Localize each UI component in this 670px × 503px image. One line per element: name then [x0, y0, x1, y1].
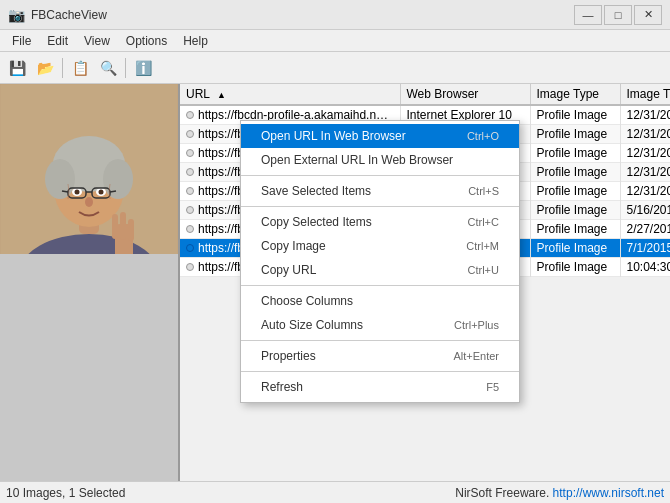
status-bar: 10 Images, 1 Selected NirSoft Freeware. …	[0, 481, 670, 503]
status-right: NirSoft Freeware. http://www.nirsoft.net	[455, 486, 664, 500]
ctx-copy-image-shortcut: Ctrl+M	[466, 240, 499, 252]
toolbar-info-button[interactable]: ℹ️	[130, 56, 156, 80]
title-bar: 📷 FBCacheView — □ ✕	[0, 0, 670, 30]
toolbar-search-button[interactable]: 🔍	[95, 56, 121, 80]
menu-file[interactable]: File	[4, 32, 39, 50]
col-url[interactable]: URL ▲	[180, 84, 400, 105]
svg-line-16	[110, 191, 116, 192]
ctx-copy-url[interactable]: Copy URL Ctrl+U	[241, 258, 519, 282]
cell-time: 12/31/2007 7:00:0	[620, 144, 670, 163]
ctx-sep-2	[241, 206, 519, 207]
url-dot-icon	[186, 111, 194, 119]
svg-rect-19	[112, 214, 118, 239]
close-button[interactable]: ✕	[634, 5, 662, 25]
svg-point-6	[45, 159, 75, 199]
toolbar-save-button[interactable]: 💾	[4, 56, 30, 80]
cell-time: 12/31/2007 7:00:0	[620, 182, 670, 201]
cell-type: Profile Image	[530, 163, 620, 182]
ctx-auto-size-shortcut: Ctrl+Plus	[454, 319, 499, 331]
ctx-auto-size[interactable]: Auto Size Columns Ctrl+Plus	[241, 313, 519, 337]
context-menu: Open URL In Web Browser Ctrl+O Open Exte…	[240, 120, 520, 403]
cell-type: Profile Image	[530, 220, 620, 239]
ctx-sep-4	[241, 340, 519, 341]
ctx-copy-items[interactable]: Copy Selected Items Ctrl+C	[241, 210, 519, 234]
toolbar-separator-2	[125, 58, 126, 78]
menu-view[interactable]: View	[76, 32, 118, 50]
ctx-properties[interactable]: Properties Alt+Enter	[241, 344, 519, 368]
col-type[interactable]: Image Type	[530, 84, 620, 105]
ctx-copy-url-label: Copy URL	[261, 263, 316, 277]
menu-bar: File Edit View Options Help	[0, 30, 670, 52]
svg-point-11	[99, 190, 104, 195]
ctx-sep-5	[241, 371, 519, 372]
svg-rect-21	[128, 219, 134, 241]
status-nirsoft-link[interactable]: http://www.nirsoft.net	[553, 486, 664, 500]
ctx-auto-size-label: Auto Size Columns	[261, 318, 363, 332]
title-controls: — □ ✕	[574, 5, 662, 25]
ctx-open-external[interactable]: Open External URL In Web Browser	[241, 148, 519, 172]
menu-edit[interactable]: Edit	[39, 32, 76, 50]
menu-options[interactable]: Options	[118, 32, 175, 50]
ctx-sep-3	[241, 285, 519, 286]
col-browser[interactable]: Web Browser	[400, 84, 530, 105]
url-dot-icon	[186, 244, 194, 252]
ctx-copy-items-shortcut: Ctrl+C	[468, 216, 499, 228]
ctx-choose-columns-label: Choose Columns	[261, 294, 353, 308]
status-nirsoft-text: NirSoft Freeware.	[455, 486, 552, 500]
cell-type: Profile Image	[530, 258, 620, 277]
ctx-sep-1	[241, 175, 519, 176]
cell-time: 2/27/2015 4:30:37	[620, 220, 670, 239]
cell-time: 10:04:30	[620, 258, 670, 277]
url-dot-icon	[186, 225, 194, 233]
cell-type: Profile Image	[530, 125, 620, 144]
url-dot-icon	[186, 149, 194, 157]
preview-image	[0, 84, 178, 254]
title-left: 📷 FBCacheView	[8, 7, 107, 23]
cell-type: Profile Image	[530, 182, 620, 201]
cell-type: Profile Image	[530, 239, 620, 258]
sort-arrow: ▲	[217, 90, 226, 100]
cell-time: 12/31/2007 7:00:0	[620, 125, 670, 144]
col-time[interactable]: Image Time	[620, 84, 670, 105]
cell-time: 12/31/2007 7:00:0	[620, 163, 670, 182]
ctx-properties-label: Properties	[261, 349, 316, 363]
maximize-button[interactable]: □	[604, 5, 632, 25]
toolbar: 💾 📂 📋 🔍 ℹ️	[0, 52, 670, 84]
url-dot-icon	[186, 130, 194, 138]
ctx-open-url[interactable]: Open URL In Web Browser Ctrl+O	[241, 124, 519, 148]
ctx-copy-image[interactable]: Copy Image Ctrl+M	[241, 234, 519, 258]
cell-time: 7/1/2015 3:43:07 P	[620, 239, 670, 258]
ctx-save-shortcut: Ctrl+S	[468, 185, 499, 197]
svg-point-10	[75, 190, 80, 195]
ctx-refresh[interactable]: Refresh F5	[241, 375, 519, 399]
url-dot-icon	[186, 168, 194, 176]
ctx-copy-url-shortcut: Ctrl+U	[468, 264, 499, 276]
menu-help[interactable]: Help	[175, 32, 216, 50]
toolbar-separator	[62, 58, 63, 78]
toolbar-open-button[interactable]: 📂	[32, 56, 58, 80]
cell-time: 5/16/2014 6:45:51	[620, 201, 670, 220]
ctx-refresh-shortcut: F5	[486, 381, 499, 393]
url-dot-icon	[186, 187, 194, 195]
svg-line-15	[62, 191, 68, 192]
url-col-label: URL	[186, 87, 210, 101]
ctx-save[interactable]: Save Selected Items Ctrl+S	[241, 179, 519, 203]
preview-panel	[0, 84, 180, 481]
url-dot-icon	[186, 206, 194, 214]
url-dot-icon	[186, 263, 194, 271]
ctx-copy-image-label: Copy Image	[261, 239, 326, 253]
app-icon: 📷	[8, 7, 25, 23]
title-text: FBCacheView	[31, 8, 107, 22]
toolbar-copy-button[interactable]: 📋	[67, 56, 93, 80]
svg-point-17	[85, 197, 93, 207]
table-header-row: URL ▲ Web Browser Image Type Image Time	[180, 84, 670, 105]
svg-point-7	[103, 159, 133, 199]
ctx-open-url-label: Open URL In Web Browser	[261, 129, 406, 143]
ctx-open-external-label: Open External URL In Web Browser	[261, 153, 453, 167]
ctx-open-url-shortcut: Ctrl+O	[467, 130, 499, 142]
ctx-choose-columns[interactable]: Choose Columns	[241, 289, 519, 313]
cell-type: Profile Image	[530, 201, 620, 220]
minimize-button[interactable]: —	[574, 5, 602, 25]
status-selected-count: 10 Images, 1 Selected	[6, 486, 125, 500]
ctx-refresh-label: Refresh	[261, 380, 303, 394]
